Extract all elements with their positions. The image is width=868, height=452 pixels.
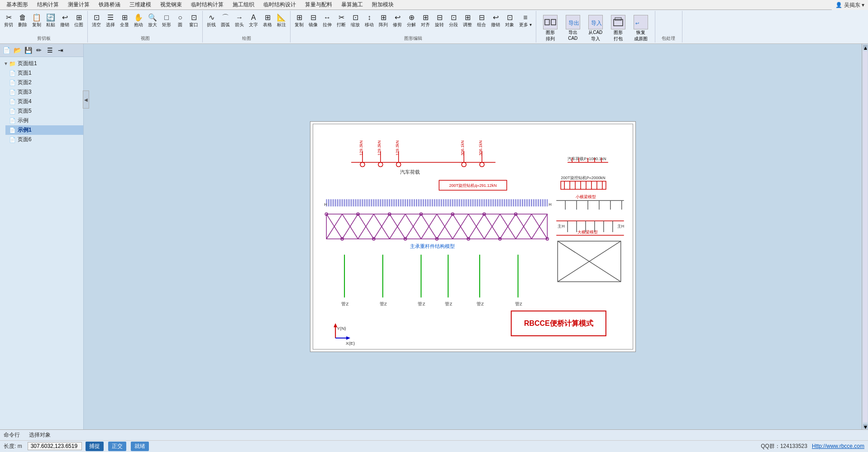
restore-icon: ↩ [634, 15, 648, 29]
mirror-button[interactable]: ⊟镜像 [306, 12, 320, 34]
sidebar-item-page4[interactable]: 📄 页面4 [5, 97, 83, 106]
text-button[interactable]: A文字 [247, 12, 260, 34]
menu-测量计算[interactable]: 测量计算 [63, 0, 94, 10]
ribbon-group-package: 包处理 [655, 11, 682, 43]
rect-button[interactable]: □矩形 [160, 12, 173, 34]
sidebar-collapse-button[interactable]: ◀ [83, 90, 89, 109]
main-canvas[interactable]: 129.3kN 129.3kN 129.3kN 306.1kN 306.1kN [84, 44, 862, 429]
zoom-button[interactable]: 🔍放大 [146, 12, 159, 34]
array-button[interactable]: ⊞阵列 [377, 12, 390, 34]
trim-button[interactable]: ↩修剪 [391, 12, 404, 34]
group-icon: ⊟ [479, 13, 485, 22]
align-button[interactable]: ⊞对齐 [419, 12, 432, 34]
sidebar-item-page6[interactable]: 📄 页面6 [5, 135, 83, 144]
stretch-icon: ↔ [324, 13, 331, 22]
export-cad-button[interactable]: 导出 导出CAD [563, 14, 583, 43]
sidebar-edit-button[interactable]: ✏ [34, 45, 44, 55]
drill-load1-label: 200T旋挖钻机q=291.12kN [449, 183, 496, 188]
undo-button[interactable]: ↩ 撤销 [58, 12, 72, 34]
circle-button[interactable]: ○圆 [174, 12, 186, 34]
sidebar-item-example[interactable]: 📄 示例 [5, 116, 83, 125]
object-button[interactable]: ⊡对象 [503, 12, 516, 34]
arrow-button[interactable]: →箭头 [233, 12, 246, 34]
sidebar-open-button[interactable]: 📂 [12, 45, 22, 55]
scale-icon: ⊡ [353, 13, 358, 22]
figure-arrange-button[interactable]: 图形排列 [540, 14, 561, 43]
sidebar-item-page3[interactable]: 📄 页面3 [5, 87, 83, 97]
menu-基本图形[interactable]: 基本图形 [2, 0, 33, 10]
menu-算量与配料[interactable]: 算量与配料 [300, 0, 337, 10]
import-cad-button[interactable]: 导入 从CAD导入 [585, 14, 606, 43]
capture-button[interactable]: 捕捉 [86, 442, 104, 451]
restore-button[interactable]: ↩ 恢复成原图 [630, 14, 651, 43]
menu-铁路桥涵[interactable]: 铁路桥涵 [94, 0, 125, 10]
dimension-button[interactable]: 📐标注 [275, 12, 288, 34]
adjust-button[interactable]: ⊞调整 [461, 12, 474, 34]
menu-结构计算[interactable]: 结构计算 [33, 0, 63, 10]
bitmap-button[interactable]: ⊞ 位图 [72, 12, 86, 34]
edit-copy-button[interactable]: ⊞复制 [292, 12, 306, 34]
window-button[interactable]: ⊡窗口 [187, 12, 200, 34]
arc-button[interactable]: ⌒圆弧 [219, 12, 232, 34]
sidebar-new-button[interactable]: 📄 [1, 45, 11, 55]
copy-button[interactable]: 📋 复制 [30, 12, 43, 34]
sidebar-indent-button[interactable]: ⇥ [56, 45, 66, 55]
move-button[interactable]: ↕移动 [362, 12, 376, 34]
rotate-button[interactable]: ⊟旋转 [433, 12, 446, 34]
sidebar-item-page2[interactable]: 📄 页面2 [5, 78, 83, 87]
stretch-button[interactable]: ↔拉伸 [320, 12, 334, 34]
undo-label: 撤销 [60, 22, 69, 28]
page-icon: 📄 [9, 99, 16, 105]
status-right: QQ群：124133523 Http://www.rbcce.com [761, 442, 864, 450]
group-button[interactable]: ⊟组合 [475, 12, 488, 34]
table-button[interactable]: ⊞表格 [261, 12, 274, 34]
pipe-label-3: 管Z [418, 301, 425, 306]
menu-临时结构计算[interactable]: 临时结构计算 [186, 0, 228, 10]
circle-icon: ○ [178, 13, 182, 22]
fullview-button[interactable]: ⊞全显 [118, 12, 131, 34]
bitmap-label: 位图 [74, 22, 83, 28]
ortho-button[interactable]: 正交 [108, 442, 126, 451]
scale-button[interactable]: ⊡缩放 [348, 12, 362, 34]
segment-button[interactable]: ⊡分段 [447, 12, 460, 34]
finish-button[interactable]: 就绪 [131, 442, 149, 451]
pan-button[interactable]: ✋抱动 [132, 12, 145, 34]
pipe-label-5: 管Z [476, 301, 483, 306]
scroll-up-button[interactable]: ▲ [863, 45, 868, 49]
edit-copy-icon: ⊞ [296, 13, 302, 22]
menu-临时结构设计[interactable]: 临时结构设计 [259, 0, 300, 10]
sidebar-item-page1[interactable]: 📄 页面1 [5, 68, 83, 78]
menu-附加模块[interactable]: 附加模块 [367, 0, 398, 10]
print-button[interactable]: 图形打包 [608, 14, 629, 43]
undo2-button[interactable]: ↩撤销 [489, 12, 502, 34]
paste-button[interactable]: 🔄 粘贴 [44, 12, 57, 34]
menu-施工组织[interactable]: 施工组织 [228, 0, 259, 10]
sidebar-list-button[interactable]: ☰ [45, 45, 55, 55]
menu-三维建模[interactable]: 三维建模 [125, 0, 156, 10]
explode-button[interactable]: ⊕分解 [405, 12, 418, 34]
select-button[interactable]: ☰选择 [104, 12, 117, 34]
folder-icon: 📁 [9, 61, 16, 67]
page6-label: 页面6 [18, 136, 32, 143]
sidebar-item-example1[interactable]: 📄 示例1 [5, 125, 83, 135]
clear-button[interactable]: ⊡清空 [90, 12, 103, 34]
right-scrollbar[interactable]: ▲ ▼ [862, 44, 868, 429]
cut-button[interactable]: ✂ 剪切 [2, 12, 15, 34]
more-button[interactable]: ≡更多 ▾ [517, 12, 534, 34]
break-button[interactable]: ✂打断 [334, 12, 348, 34]
polyline-button[interactable]: ∿折线 [205, 12, 218, 34]
polyline-icon: ∿ [209, 13, 215, 22]
sidebar-save-button[interactable]: 💾 [23, 45, 33, 55]
tree-group-1[interactable]: ▼ 📁 页面组1 [0, 59, 83, 68]
delete-button[interactable]: 🗑 删除 [16, 12, 29, 34]
clear-icon: ⊡ [94, 13, 100, 22]
sidebar-item-page5[interactable]: 📄 页面5 [5, 106, 83, 116]
menu-暴算施工[interactable]: 暴算施工 [337, 0, 367, 10]
website-link[interactable]: Http://www.rbcce.com [812, 443, 864, 449]
ribbon-group-clipboard: ✂ 剪切 🗑 删除 📋 复制 🔄 粘贴 ↩ 撤销 ⊞ 位图 [0, 11, 88, 43]
drawing-area[interactable]: 129.3kN 129.3kN 129.3kN 306.1kN 306.1kN [310, 121, 636, 352]
page-icon: 📄 [9, 137, 16, 143]
user-info[interactable]: 👤 吴揭东 ▾ [832, 0, 868, 10]
menu-视觉钢束[interactable]: 视觉钢束 [156, 0, 186, 10]
scroll-down-button[interactable]: ▼ [863, 424, 868, 428]
